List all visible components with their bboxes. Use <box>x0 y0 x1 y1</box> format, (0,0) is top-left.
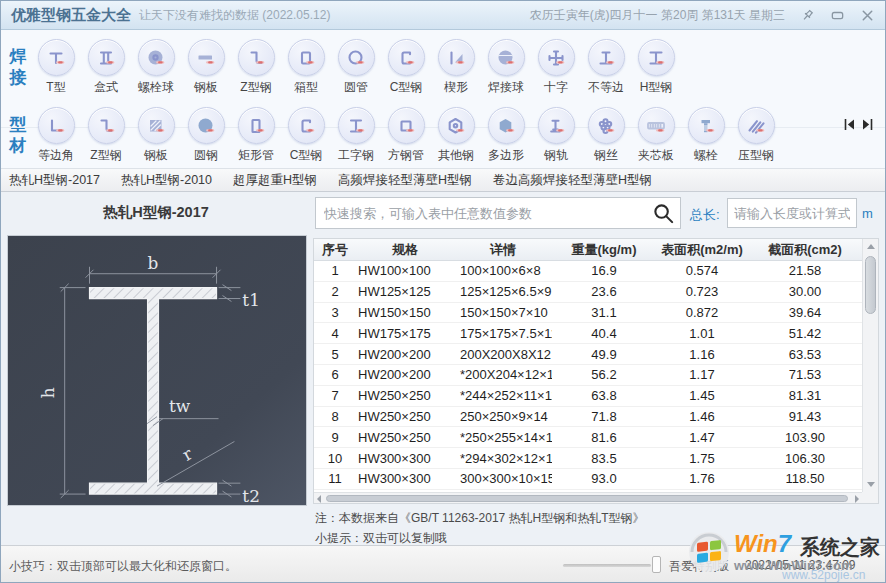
toolbar-button[interactable]: 多边形 <box>481 107 531 164</box>
toolbar-button[interactable]: 焊接球 <box>481 39 531 96</box>
col-header-detail[interactable]: 详情 <box>454 241 552 259</box>
cell-surface: 1.76 <box>656 471 748 486</box>
vertical-scroll-thumb[interactable] <box>865 256 876 314</box>
cell-surface: 1.47 <box>656 430 748 445</box>
toolbar-button[interactable]: 箱型 <box>281 39 331 96</box>
cell-section: 81.31 <box>748 388 862 403</box>
dim-label-t2: t2 <box>242 486 260 505</box>
cell-weight: 49.9 <box>552 347 656 362</box>
toolbar-button[interactable]: 钢板 <box>181 39 231 96</box>
pin-icon[interactable] <box>799 7 815 23</box>
steel-table: 序号 规格 详情 重量(kg/m) 表面积(m2/m) 截面积(cm2) 1 H… <box>313 238 879 504</box>
cell-surface: 0.574 <box>656 263 748 278</box>
toolbar-button[interactable]: T型 <box>31 39 81 96</box>
toolbar-button[interactable]: 钢轨 <box>531 107 581 164</box>
cell-surface: 0.723 <box>656 284 748 299</box>
close-icon[interactable] <box>859 7 875 23</box>
cell-surface: 1.75 <box>656 451 748 466</box>
toolbar-button[interactable]: C型钢 <box>381 39 431 96</box>
tab[interactable]: 热轧H型钢-2010 <box>121 172 212 189</box>
opacity-slider-track[interactable] <box>563 564 651 567</box>
toolbar-button[interactable]: 圆钢 <box>181 107 231 164</box>
cell-index: 4 <box>314 326 356 341</box>
col-header-spec[interactable]: 规格 <box>356 241 454 259</box>
toolbar-button[interactable]: 等边角 <box>31 107 81 164</box>
cell-spec: HW100×100 <box>356 263 454 278</box>
content-area: 热轧H型钢-2017 <box>1 193 885 545</box>
search-input[interactable] <box>316 206 646 221</box>
toolbar-button[interactable]: 螺栓 <box>681 107 731 164</box>
scroll-right-end-icon[interactable] <box>855 495 859 503</box>
search-icon[interactable] <box>646 202 680 225</box>
toolbar-scroll-arrows <box>844 118 873 131</box>
toolbar-button[interactable]: 夹芯板 <box>631 107 681 164</box>
table-row[interactable]: 7 HW250×250 *244×252×11×11 63.8 1.45 81.… <box>314 386 862 407</box>
horizontal-scroll-thumb[interactable] <box>326 495 848 502</box>
scroll-up-icon[interactable] <box>867 244 875 249</box>
table-row[interactable]: 4 HW175×175 175×175×7.5×11 40.4 1.01 51.… <box>314 323 862 344</box>
toolbar-button[interactable]: 钢板 <box>131 107 181 164</box>
toolbar-button[interactable]: H型钢 <box>631 39 681 96</box>
toolbar-button[interactable]: Z型钢 <box>81 107 131 164</box>
opacity-slider-thumb[interactable] <box>652 556 661 573</box>
page-title: 热轧H型钢-2017 <box>1 203 311 222</box>
tab[interactable]: 热轧H型钢-2017 <box>9 172 100 189</box>
toolbar: 焊接 型材 T型 盒式 螺栓球 <box>1 30 885 168</box>
scroll-right-icon[interactable] <box>862 118 873 131</box>
cell-spec: HW250×250 <box>356 430 454 445</box>
toolbar-button[interactable]: 矩形管 <box>231 107 281 164</box>
total-length-input[interactable] <box>727 198 857 228</box>
tab[interactable]: 卷边高频焊接轻型薄壁H型钢 <box>493 172 652 189</box>
toolbar-button[interactable]: 不等边 <box>581 39 631 96</box>
col-header-surface[interactable]: 表面积(m2/m) <box>656 241 748 259</box>
col-header-index[interactable]: 序号 <box>314 241 356 259</box>
col-header-section[interactable]: 截面积(cm2) <box>748 241 862 259</box>
table-row[interactable]: 1 HW100×100 100×100×6×8 16.9 0.574 21.58 <box>314 261 862 282</box>
tab[interactable]: 高频焊接轻型薄壁H型钢 <box>338 172 472 189</box>
toolbar-button[interactable]: 压型钢 <box>731 107 781 164</box>
cell-weight: 23.6 <box>552 284 656 299</box>
toolbar-button[interactable]: 圆管 <box>331 39 381 96</box>
pipe-icon <box>338 39 375 76</box>
wire-strand-icon <box>588 107 625 144</box>
minimize-icon[interactable] <box>829 7 845 23</box>
title-bar[interactable]: 优雅型钢五金大全 让天下没有难找的数据 (2022.05.12) 农历壬寅年(虎… <box>1 1 885 30</box>
toolbar-button[interactable]: 工字钢 <box>331 107 381 164</box>
toolbar-button-label: 钢板 <box>194 79 218 96</box>
cell-index: 6 <box>314 367 356 382</box>
table-row[interactable]: 6 HW200×200 *200X204×12×12 56.2 1.17 71.… <box>314 365 862 386</box>
toolbar-button[interactable]: 钢丝 <box>581 107 631 164</box>
col-header-weight[interactable]: 重量(kg/m) <box>552 241 656 259</box>
table-row[interactable]: 2 HW125×125 125×125×6.5×9 23.6 0.723 30.… <box>314 282 862 303</box>
table-row[interactable]: 11 HW300×300 300×300×10×15 93.0 1.76 118… <box>314 469 862 490</box>
toolbar-button[interactable]: C型钢 <box>281 107 331 164</box>
table-row[interactable]: 5 HW200×200 200X200X8X12 49.9 1.16 63.53 <box>314 344 862 365</box>
table-row[interactable]: 9 HW250×250 *250×255×14×14 81.6 1.47 103… <box>314 427 862 448</box>
toolbar-button[interactable]: Z型钢 <box>231 39 281 96</box>
toolbar-button[interactable]: 十字 <box>531 39 581 96</box>
toolbar-button[interactable]: 楔形 <box>431 39 481 96</box>
table-row[interactable]: 8 HW250×250 250×250×9×14 71.8 1.46 91.43 <box>314 407 862 428</box>
wedge-icon <box>438 39 475 76</box>
table-row[interactable]: 3 HW150×150 150×150×7×10 31.1 0.872 39.6… <box>314 303 862 324</box>
plate-bar-icon <box>188 39 225 76</box>
horizontal-scrollbar[interactable] <box>314 492 862 503</box>
scroll-left-icon[interactable] <box>844 118 855 131</box>
dim-label-b: b <box>148 253 159 273</box>
cell-section: 51.42 <box>748 326 862 341</box>
tab[interactable]: 超厚超重H型钢 <box>233 172 317 189</box>
scroll-left-end-icon[interactable] <box>317 495 321 503</box>
cell-index: 7 <box>314 388 356 403</box>
toolbar-button[interactable]: 方钢管 <box>381 107 431 164</box>
cell-index: 8 <box>314 409 356 424</box>
toolbar-button[interactable]: 其他钢 <box>431 107 481 164</box>
table-row[interactable]: 10 HW300×300 *294×302×12×12 83.5 1.75 10… <box>314 448 862 469</box>
toolbar-button[interactable]: 盒式 <box>81 39 131 96</box>
edition-label: 吾爱特别版 <box>669 558 729 575</box>
cell-section: 118.50 <box>748 471 862 486</box>
vertical-scrollbar[interactable] <box>862 239 878 492</box>
length-unit: m <box>862 206 873 221</box>
toolbar-button[interactable]: 螺栓球 <box>131 39 181 96</box>
toolbar-button-label: Z型钢 <box>240 79 271 96</box>
scroll-down-icon[interactable] <box>867 482 875 487</box>
